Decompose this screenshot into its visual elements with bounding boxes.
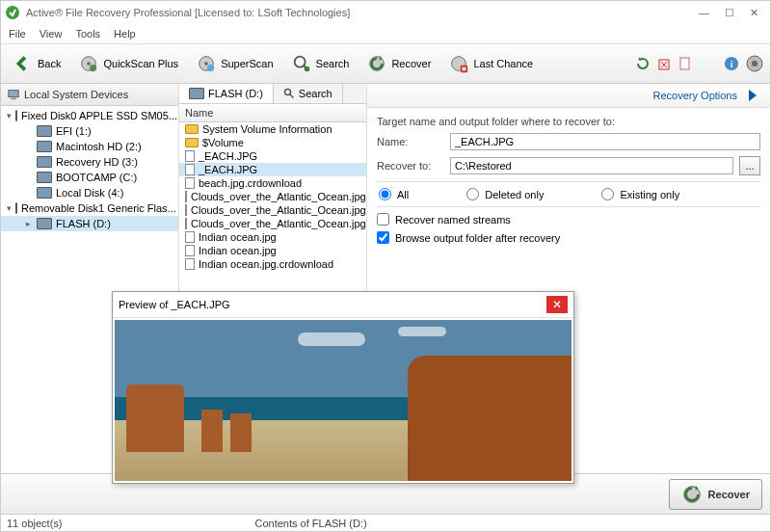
document-small-icon[interactable]: [678, 56, 693, 71]
superscan-button[interactable]: SuperScan: [190, 51, 279, 76]
radio-all[interactable]: All: [379, 188, 409, 200]
tree-item[interactable]: BOOTCAMP (C:): [1, 170, 178, 185]
arrow-right-icon[interactable]: [745, 88, 760, 103]
name-input[interactable]: [450, 133, 760, 150]
menu-help[interactable]: Help: [114, 28, 136, 40]
file-name: Clouds_over_the_Atlantic_Ocean.jpg: [191, 191, 366, 202]
preview-window[interactable]: Preview of _EACH.JPG ✕: [112, 291, 574, 484]
folder-icon: [185, 124, 199, 134]
tree-item-label: Macintosh HD (2:): [56, 141, 142, 152]
recover-button[interactable]: Recover: [360, 51, 437, 76]
file-name: Indian ocean.jpg.crdownload: [199, 258, 333, 270]
menu-bar: File View Tools Help: [1, 24, 770, 43]
expand-icon[interactable]: ▾: [7, 111, 12, 120]
volume-icon: [37, 172, 52, 183]
svg-line-22: [290, 94, 294, 98]
tree-item[interactable]: ▾Fixed Disk0 APPLE SSD SM05...: [1, 108, 178, 123]
tab-flash[interactable]: FLASH (D:): [179, 84, 274, 103]
close-button[interactable]: ✕: [750, 7, 758, 19]
search-button[interactable]: Search: [285, 51, 356, 76]
recovery-options-header: Recovery Options: [367, 84, 770, 108]
svg-point-3: [90, 65, 96, 71]
file-row[interactable]: Indian ocean.jpg.crdownload: [179, 257, 366, 271]
file-name: _EACH.JPG: [199, 164, 257, 175]
status-bar: 11 object(s) Contents of FLASH (D:): [1, 514, 770, 531]
file-row[interactable]: Indian ocean.jpg: [179, 244, 366, 257]
tree-item-label: BOOTCAMP (C:): [56, 172, 137, 183]
file-row[interactable]: Clouds_over_the_Atlantic_Ocean.jpg.crdo: [179, 217, 366, 230]
svg-point-18: [752, 61, 758, 66]
file-tabs: FLASH (D:) Search: [179, 84, 366, 104]
drive-superscan-icon: [196, 53, 217, 74]
volume-icon: [37, 218, 52, 229]
minimize-button[interactable]: —: [699, 7, 709, 19]
settings-gear-icon[interactable]: [745, 54, 764, 73]
file-row[interactable]: Clouds_over_the_Atlantic_Ocean.jpg: [179, 203, 366, 217]
tree-item[interactable]: ▸FLASH (D:): [1, 216, 178, 231]
lastchance-button[interactable]: Last Chance: [442, 51, 539, 76]
radio-deleted[interactable]: Deleted only: [466, 188, 544, 200]
maximize-button[interactable]: ☐: [725, 7, 734, 19]
expand-icon[interactable]: ▸: [24, 219, 33, 228]
menu-file[interactable]: File: [9, 28, 26, 40]
file-icon: [185, 150, 195, 162]
recover-to-input[interactable]: [450, 157, 733, 174]
tree-item[interactable]: Recovery HD (3:): [1, 154, 178, 170]
file-icon: [185, 204, 187, 216]
file-row[interactable]: $Volume: [179, 136, 366, 149]
file-icon: [185, 231, 195, 243]
browse-button[interactable]: ...: [739, 156, 760, 175]
device-tree-header: Local System Devices: [1, 84, 178, 106]
preview-close-button[interactable]: ✕: [546, 296, 568, 313]
tree-item-label: Recovery HD (3:): [56, 156, 138, 168]
back-button[interactable]: Back: [7, 51, 66, 76]
tree-item-label: FLASH (D:): [56, 218, 111, 229]
status-object-count: 11 object(s): [7, 518, 62, 529]
svg-point-5: [204, 62, 208, 66]
file-name: System Volume Information: [202, 123, 332, 135]
refresh-icon[interactable]: [635, 56, 651, 71]
chk-named-streams[interactable]: Recover named streams: [377, 213, 760, 226]
menu-view[interactable]: View: [40, 28, 63, 40]
quickscan-button[interactable]: QuickScan Plus: [72, 51, 184, 76]
tree-item[interactable]: Local Disk (4:): [1, 185, 178, 200]
chk-browse-after[interactable]: Browse output folder after recovery: [377, 231, 760, 244]
lastchance-icon: [448, 53, 469, 74]
help-icon[interactable]: i: [724, 56, 739, 71]
file-name: Clouds_over_the_Atlantic_Ocean.jpg.crdo: [191, 218, 366, 229]
file-row[interactable]: Clouds_over_the_Atlantic_Ocean.jpg: [179, 190, 366, 203]
expand-icon[interactable]: ▾: [7, 203, 12, 213]
name-label: Name:: [377, 136, 444, 147]
file-list-header[interactable]: Name: [179, 104, 366, 122]
volume-icon: [37, 141, 52, 152]
radio-existing[interactable]: Existing only: [601, 188, 679, 200]
file-icon: [185, 258, 195, 270]
file-row[interactable]: beach.jpg.crdownload: [179, 176, 366, 190]
drive-scan-icon: [78, 53, 99, 74]
recover-big-icon: [681, 484, 703, 505]
svg-point-2: [88, 62, 92, 66]
file-name: $Volume: [202, 137, 244, 148]
tab-search[interactable]: Search: [274, 84, 343, 103]
file-name: _EACH.JPG: [199, 150, 257, 162]
file-row[interactable]: _EACH.JPG: [179, 163, 366, 176]
file-row[interactable]: Indian ocean.jpg: [179, 230, 366, 244]
svg-point-6: [207, 65, 214, 71]
preview-titlebar[interactable]: Preview of _EACH.JPG ✕: [113, 292, 573, 318]
tree-item[interactable]: Macintosh HD (2:): [1, 139, 178, 154]
svg-point-21: [284, 90, 290, 95]
toolbar: Back QuickScan Plus SuperScan Search Rec…: [1, 43, 770, 84]
file-row[interactable]: System Volume Information: [179, 122, 366, 136]
file-row[interactable]: _EACH.JPG: [179, 149, 366, 163]
tree-item-label: Removable Disk1 Generic Flas...: [21, 202, 176, 214]
tree-item[interactable]: ▾Removable Disk1 Generic Flas...: [1, 200, 178, 216]
tree-item[interactable]: EFI (1:): [1, 123, 178, 139]
recover-big-button[interactable]: Recover: [669, 479, 762, 510]
delete-small-icon[interactable]: [656, 56, 672, 71]
preview-image: [115, 320, 572, 481]
folder-icon: [185, 138, 199, 147]
file-icon: [185, 164, 195, 175]
tree-item-label: Fixed Disk0 APPLE SSD SM05...: [21, 110, 177, 121]
search-icon: [291, 53, 312, 74]
menu-tools[interactable]: Tools: [75, 28, 100, 40]
